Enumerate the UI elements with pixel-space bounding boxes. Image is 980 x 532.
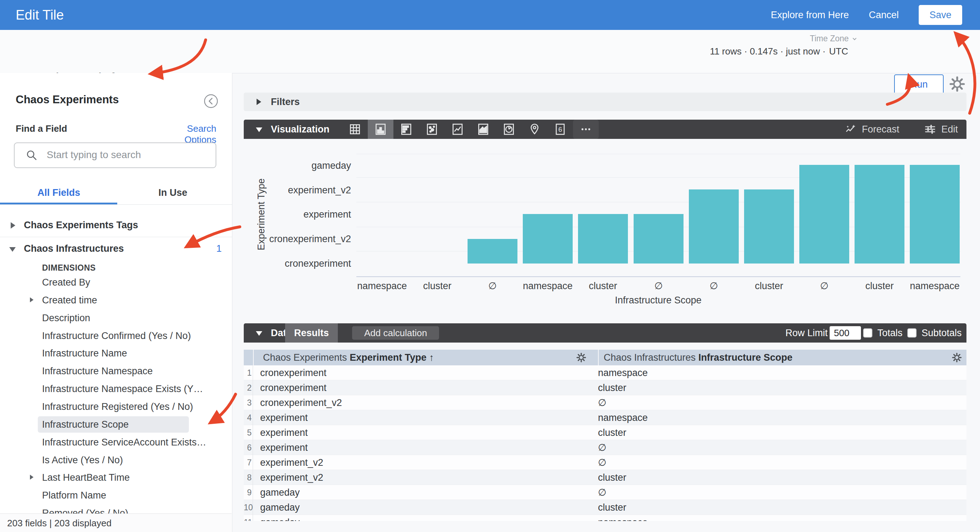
- row-limit-label: Row Limit: [786, 323, 828, 343]
- caret-right-icon: [30, 475, 33, 480]
- table-row[interactable]: 3cronexperiment_v2∅: [244, 395, 966, 410]
- bar-experiment_v2-∅[interactable]: [689, 189, 739, 264]
- filters-label: Filters: [271, 92, 300, 111]
- cell-infrastructure-scope: ∅: [598, 485, 606, 500]
- cell-infrastructure-scope: cluster: [598, 380, 627, 395]
- x-axis-line: [356, 276, 960, 277]
- field-item-infrastructure-namespace[interactable]: Infrastructure Namespace: [0, 362, 232, 380]
- field-item-infrastructure-namespace-exists-y[interactable]: Infrastructure Namespace Exists (Y…: [0, 380, 232, 398]
- caret-right-icon: [11, 222, 15, 229]
- collapse-sidebar-icon[interactable]: [204, 94, 218, 109]
- caret-right-icon: [256, 98, 261, 105]
- forecast-button[interactable]: Forecast: [845, 123, 899, 135]
- cell-experiment-type: experiment: [260, 425, 308, 440]
- results-tab[interactable]: Results: [285, 323, 338, 343]
- svg-text:6: 6: [558, 126, 562, 133]
- x-tick-label: ∅: [465, 280, 520, 292]
- x-tick-label: cluster: [575, 280, 631, 292]
- cancel-button[interactable]: Cancel: [869, 10, 899, 21]
- x-tick-label: namespace: [354, 280, 410, 292]
- tab-all-fields[interactable]: All Fields: [34, 187, 84, 203]
- table-row[interactable]: 10gamedaycluster: [244, 500, 966, 515]
- field-item-infrastructure-name[interactable]: Infrastructure Name: [0, 345, 232, 362]
- field-item-infrastructure-scope[interactable]: Infrastructure Scope: [0, 416, 232, 434]
- bar-experiment-namespace[interactable]: [523, 214, 573, 264]
- cell-experiment-type: gameday: [260, 515, 300, 521]
- field-item-platform-name[interactable]: Platform Name: [0, 486, 232, 504]
- viz-type-line-chart-icon[interactable]: [445, 120, 470, 139]
- x-tick-label: namespace: [520, 280, 576, 292]
- visualization-section-header[interactable]: Visualization 6 Forecast Edit: [244, 120, 966, 139]
- field-item-last-heartbeat-time[interactable]: Last HeartBeat Time: [0, 468, 232, 486]
- viz-type-bar-chart-icon[interactable]: [393, 120, 419, 139]
- field-item-infrastructure-confirmed-yes-no[interactable]: Infrastructure Confirmed (Yes / No): [0, 327, 232, 345]
- subtotals-checkbox[interactable]: [907, 328, 916, 338]
- column-header-infrastructure-scope[interactable]: Chaos Infrastructures Infrastructure Sco…: [598, 350, 792, 365]
- viz-type-pie-chart-icon[interactable]: [496, 120, 522, 139]
- viz-type-column-chart-icon[interactable]: [368, 120, 393, 139]
- totals-checkbox[interactable]: [863, 328, 872, 338]
- table-row[interactable]: 7experiment_v2∅: [244, 455, 966, 470]
- tab-in-use[interactable]: In Use: [150, 187, 196, 203]
- cell-infrastructure-scope: ∅: [598, 395, 606, 410]
- table-row[interactable]: 1cronexperimentnamespace: [244, 365, 966, 380]
- chevron-down-icon: [851, 35, 858, 42]
- find-a-field-label: Find a Field: [16, 123, 67, 134]
- edit-viz-button[interactable]: Edit: [924, 123, 958, 135]
- bar-experiment-cluster[interactable]: [578, 214, 628, 264]
- field-item-infrastructure-serviceaccount-exists[interactable]: Infrastructure ServiceAccount Exists…: [0, 434, 232, 451]
- x-tick-label: ∅: [686, 280, 741, 292]
- run-button[interactable]: Run: [894, 75, 943, 94]
- column-gear-icon[interactable]: [951, 352, 962, 363]
- column-gear-icon[interactable]: [576, 352, 587, 363]
- top-app-bar: Edit Tile Explore from Here Cancel Save: [0, 0, 980, 30]
- field-item-infrastructure-registered-yes-no[interactable]: Infrastructure Registered (Yes / No): [0, 398, 232, 416]
- row-number: 2: [244, 380, 253, 395]
- explore-from-here-link[interactable]: Explore from Here: [771, 10, 849, 21]
- sidebar-group-chaos-experiments-tags[interactable]: Chaos Experiments Tags: [0, 214, 232, 237]
- viz-type-map-pin-icon[interactable]: [522, 120, 547, 139]
- bar-gameday-∅[interactable]: [799, 165, 849, 264]
- viz-type-scatter-chart-icon[interactable]: [419, 120, 445, 139]
- table-row[interactable]: 11gamedaynamespace: [244, 515, 966, 521]
- viz-type-more-icon[interactable]: [573, 120, 599, 139]
- table-row[interactable]: 2cronexperimentcluster: [244, 380, 966, 395]
- viz-type-area-chart-icon[interactable]: [470, 120, 496, 139]
- row-number: 10: [244, 500, 253, 515]
- table-row[interactable]: 6experiment∅: [244, 440, 966, 455]
- bar-cronexperiment_v2-∅[interactable]: [468, 239, 517, 264]
- viz-type-table-icon[interactable]: [342, 120, 368, 139]
- field-item-created-time[interactable]: Created time: [0, 291, 232, 309]
- bar-gameday-namespace[interactable]: [910, 165, 960, 264]
- search-options-link[interactable]: Search Options: [153, 123, 216, 145]
- sparkle-icon: [845, 123, 857, 135]
- field-item-created-by[interactable]: Created By: [0, 273, 232, 291]
- table-row[interactable]: 8experiment_v2cluster: [244, 470, 966, 485]
- sidebar-group-chaos-infrastructures[interactable]: Chaos Infrastructures 1: [0, 237, 232, 260]
- bar-experiment-∅[interactable]: [634, 214, 684, 264]
- table-row[interactable]: 4experimentnamespace: [244, 410, 966, 425]
- filters-section-header[interactable]: Filters: [244, 92, 966, 111]
- add-calculation-button[interactable]: Add calculation: [352, 326, 439, 340]
- table-row[interactable]: 9gameday∅: [244, 485, 966, 500]
- query-settings-gear-icon[interactable]: [949, 76, 966, 92]
- table-row[interactable]: 5experimentcluster: [244, 425, 966, 440]
- timezone-dropdown[interactable]: Time Zone: [810, 34, 858, 43]
- row-number: 8: [244, 470, 253, 485]
- sliders-icon: [924, 123, 936, 135]
- bar-gameday-cluster[interactable]: [854, 165, 904, 264]
- data-section-header[interactable]: Data Results Add calculation Row Limit T…: [244, 323, 966, 343]
- x-tick-label: cluster: [409, 280, 465, 292]
- row-limit-input[interactable]: [830, 326, 861, 340]
- viz-type-single-value-icon[interactable]: 6: [547, 120, 573, 139]
- bar-experiment_v2-cluster[interactable]: [744, 189, 794, 264]
- x-tick-label: cluster: [852, 280, 907, 292]
- save-button[interactable]: Save: [919, 5, 962, 25]
- y-tick-label: experiment: [250, 208, 351, 221]
- cell-infrastructure-scope: cluster: [598, 470, 627, 485]
- column-header-experiment-type[interactable]: Chaos Experiments Experiment Type ↑: [263, 350, 434, 365]
- field-item-removed-yes-no[interactable]: Removed (Yes / No): [0, 504, 232, 513]
- field-search-input[interactable]: [46, 144, 211, 166]
- field-item-is-active-yes-no[interactable]: Is Active (Yes / No): [0, 451, 232, 469]
- field-item-description[interactable]: Description: [0, 309, 232, 327]
